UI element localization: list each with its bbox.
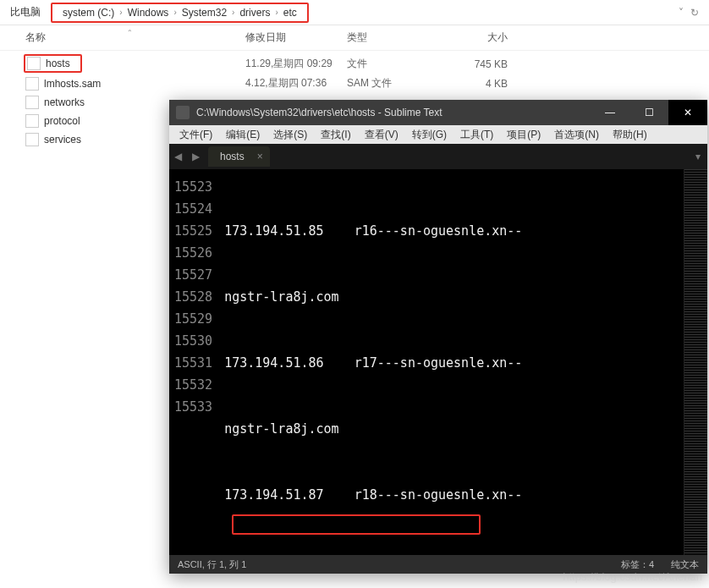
app-icon	[176, 106, 190, 119]
file-icon	[25, 77, 39, 91]
file-size: 745 KB	[440, 58, 508, 70]
file-icon	[25, 133, 39, 146]
menu-preferences[interactable]: 首选项(N)	[547, 128, 606, 142]
file-icon	[25, 114, 39, 128]
line-number: 15532	[174, 374, 212, 396]
file-type: SAM 文件	[347, 76, 440, 91]
file-date: 4.12,星期四 07:36	[245, 76, 347, 91]
watermark: https://blog.csdn.net/Anenan	[563, 570, 702, 583]
file-name: lmhosts.sam	[44, 78, 245, 90]
code-line: 173.194.51.86 r17---sn-oguesnle.xn--	[224, 352, 680, 374]
tab-label: hosts	[220, 151, 245, 162]
code-line: ngstr-lra8j.com	[224, 418, 680, 440]
column-size[interactable]: 大小	[440, 30, 508, 45]
minimap[interactable]	[684, 169, 707, 555]
window-title: C:\Windows\System32\drivers\etc\hosts - …	[196, 107, 591, 118]
menu-help[interactable]: 帮助(H)	[606, 128, 654, 142]
status-position[interactable]: ASCII, 行 1, 列 1	[178, 558, 604, 571]
menu-edit[interactable]: 编辑(E)	[219, 128, 267, 142]
code-line: ngstr-lra8j.com	[224, 550, 680, 555]
code-line: ngstr-lra8j.com	[224, 286, 680, 308]
file-name: hosts	[46, 58, 79, 69]
line-gutter: 15523 15524 15525 15526 15527 15528 1552…	[169, 169, 221, 555]
menu-project[interactable]: 项目(P)	[500, 128, 547, 142]
editor-area[interactable]: 15523 15524 15525 15526 15527 15528 1552…	[169, 169, 707, 555]
breadcrumb[interactable]: system (C:) › Windows › System32 › drive…	[51, 3, 309, 23]
file-icon	[27, 57, 41, 70]
minimize-button[interactable]: —	[591, 100, 629, 125]
file-type: 文件	[347, 57, 440, 71]
crumb-drivers[interactable]: drivers	[234, 7, 275, 19]
maximize-button[interactable]: ☐	[629, 100, 668, 125]
crumb-system[interactable]: system (C:)	[58, 7, 119, 19]
file-size: 4 KB	[440, 78, 508, 90]
status-syntax[interactable]: 纯文本	[671, 558, 699, 571]
column-name[interactable]: 名称	[25, 30, 245, 45]
status-tabsize[interactable]: 标签：4	[621, 558, 654, 571]
menu-select[interactable]: 选择(S)	[267, 128, 314, 142]
line-number: 15528	[174, 286, 212, 308]
line-number: 15524	[174, 198, 212, 220]
this-pc-label[interactable]: 比电脑	[3, 5, 47, 19]
column-type[interactable]: 类型	[347, 30, 440, 45]
nav-forward-icon[interactable]: ▶	[187, 151, 205, 162]
nav-back-icon[interactable]: ◀	[169, 151, 187, 162]
code-line: 173.194.51.87 r18---sn-oguesnle.xn--	[224, 484, 680, 506]
file-row[interactable]: lmhosts.sam 4.12,星期四 07:36 SAM 文件 4 KB	[0, 74, 709, 93]
line-number: 15533	[174, 396, 212, 418]
menubar: 文件(F) 编辑(E) 选择(S) 查找(I) 查看(V) 转到(G) 工具(T…	[169, 125, 707, 144]
refresh-icon[interactable]: ↻	[690, 7, 699, 19]
line-number: 15525	[174, 220, 212, 242]
dropdown-icon[interactable]: ˅	[679, 7, 684, 19]
menu-tools[interactable]: 工具(T)	[453, 128, 500, 142]
titlebar[interactable]: C:\Windows\System32\drivers\etc\hosts - …	[169, 100, 707, 125]
crumb-etc[interactable]: etc	[278, 7, 302, 19]
line-number: 15530	[174, 330, 212, 352]
crumb-windows[interactable]: Windows	[123, 7, 174, 19]
menu-view[interactable]: 查看(V)	[358, 128, 405, 142]
crumb-system32[interactable]: System32	[177, 7, 232, 19]
file-date: 11.29,星期四 09:29	[245, 57, 347, 71]
close-button[interactable]: ✕	[668, 100, 707, 125]
line-number: 15529	[174, 308, 212, 330]
file-row-hosts-meta: 11.29,星期四 09:29 文件 745 KB	[0, 54, 709, 74]
column-headers: 名称 修改日期 类型 大小	[0, 25, 709, 51]
tab-close-icon[interactable]: ×	[257, 151, 263, 162]
column-date[interactable]: 修改日期	[245, 30, 347, 45]
menu-file[interactable]: 文件(F)	[173, 128, 219, 142]
address-bar: 比电脑 system (C:) › Windows › System32 › d…	[0, 0, 709, 25]
tab-hosts[interactable]: hosts ×	[208, 146, 270, 167]
menu-find[interactable]: 查找(I)	[314, 128, 357, 142]
file-row-hosts[interactable]: hosts	[24, 54, 82, 73]
line-number: 15531	[174, 352, 212, 374]
file-icon	[25, 96, 39, 109]
sublime-text-window: C:\Windows\System32\drivers\etc\hosts - …	[169, 100, 707, 574]
tabs-row: ◀ ▶ hosts × ▾	[169, 144, 707, 169]
line-number: 15523	[174, 176, 212, 198]
menu-goto[interactable]: 转到(G)	[405, 128, 453, 142]
tabs-dropdown-icon[interactable]: ▾	[689, 151, 707, 162]
sort-indicator-icon: ⌃	[127, 29, 133, 36]
code-line: 173.194.51.85 r16---sn-oguesnle.xn--	[224, 220, 680, 242]
line-number: 15526	[174, 242, 212, 264]
line-number: 15527	[174, 264, 212, 286]
code-content[interactable]: 173.194.51.85 r16---sn-oguesnle.xn-- ngs…	[221, 169, 684, 555]
